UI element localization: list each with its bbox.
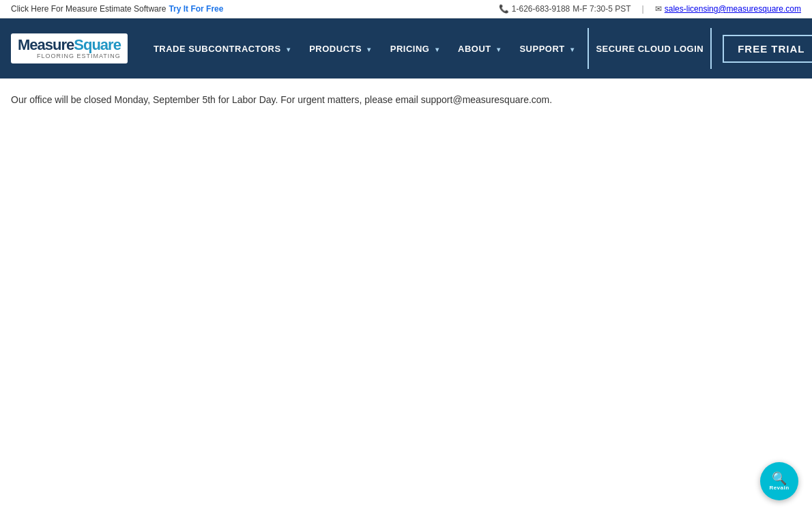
main-content: Our office will be closed Monday, Septem… xyxy=(0,78,812,121)
support-chevron-icon: ▾ xyxy=(570,46,575,53)
navbar: MeasureSquare FLOORING ESTIMATING TRADE … xyxy=(0,18,812,78)
email-icon: ✉ xyxy=(655,4,662,14)
pricing-chevron-icon: ▾ xyxy=(435,46,439,53)
email-link[interactable]: sales-licensing@measuresquare.com xyxy=(665,4,801,14)
top-bar: Click Here For Measure Estimate Software… xyxy=(0,0,812,18)
nav-about[interactable]: ABOUT ▾ xyxy=(448,18,510,78)
nav-products[interactable]: PRODUCTS ▾ xyxy=(300,18,381,78)
navbar-links: TRADE SUBCONTRACTORS ▾ PRODUCTS ▾ PRICIN… xyxy=(144,18,812,78)
logo-subtitle: FLOORING ESTIMATING xyxy=(18,53,121,59)
nav-trade-subcontractors[interactable]: TRADE SUBCONTRACTORS ▾ xyxy=(144,18,300,78)
free-trial-wrapper: FREE TRIAL xyxy=(716,18,812,78)
free-trial-button[interactable]: FREE TRIAL xyxy=(723,35,812,63)
email-info: ✉ sales-licensing@measuresquare.com xyxy=(655,4,801,14)
nav-trade-subcontractors-label: TRADE SUBCONTRACTORS ▾ xyxy=(154,44,290,54)
divider: | xyxy=(642,4,644,14)
products-chevron-icon: ▾ xyxy=(367,46,371,53)
trade-chevron-icon: ▾ xyxy=(287,46,291,53)
phone-number: 1-626-683-9188 xyxy=(512,4,570,14)
logo-measure: MeasureSquare xyxy=(18,38,121,53)
top-bar-right: 📞 1-626-683-9188 M-F 7:30-5 PST | ✉ sale… xyxy=(499,4,801,14)
logo-box: MeasureSquare FLOORING ESTIMATING xyxy=(11,33,128,63)
try-it-free-link[interactable]: Try It For Free xyxy=(169,4,223,14)
nav-about-label: ABOUT ▾ xyxy=(458,44,500,54)
nav-support[interactable]: SUPPORT ▾ xyxy=(510,18,583,78)
secure-cloud-login-label: SECURE CLOUD LOGIN xyxy=(596,44,704,54)
nav-pricing[interactable]: PRICING ▾ xyxy=(381,18,448,78)
top-bar-static: Click Here For Measure Estimate Software xyxy=(11,4,166,14)
notice-text-span: Our office will be closed Monday, Septem… xyxy=(11,94,552,105)
top-bar-left: Click Here For Measure Estimate Software… xyxy=(11,4,223,14)
phone-icon: 📞 xyxy=(499,4,509,14)
nav-products-label: PRODUCTS ▾ xyxy=(309,44,371,54)
phone-hours: M-F 7:30-5 PST xyxy=(572,4,630,14)
notice-text: Our office will be closed Monday, Septem… xyxy=(11,92,801,107)
logo[interactable]: MeasureSquare FLOORING ESTIMATING xyxy=(11,18,128,78)
nav-pricing-label: PRICING ▾ xyxy=(390,44,439,54)
nav-support-label: SUPPORT ▾ xyxy=(519,44,574,54)
about-chevron-icon: ▾ xyxy=(497,46,501,53)
secure-cloud-login-link[interactable]: SECURE CLOUD LOGIN xyxy=(588,28,712,69)
phone-info: 📞 1-626-683-9188 M-F 7:30-5 PST xyxy=(499,4,631,14)
